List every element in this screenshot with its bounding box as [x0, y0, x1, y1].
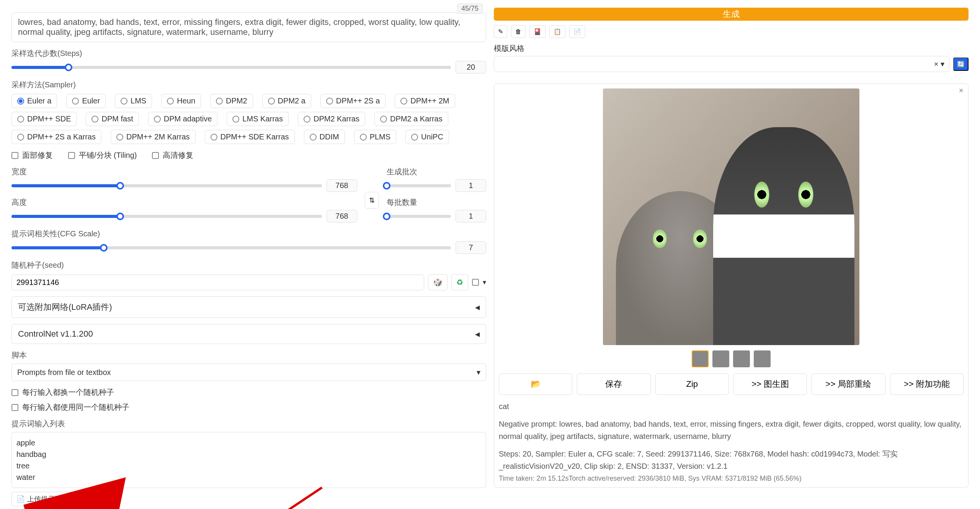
token-counter: 45/75 [457, 3, 483, 14]
sampler-radio-lms-karras[interactable]: LMS Karras [227, 112, 289, 126]
output-negative: Negative prompt: lowres, bad anatomy, ba… [499, 418, 964, 442]
sampler-radio-dpm2-karras[interactable]: DPM2 Karras [298, 112, 365, 126]
prompt-list-textarea[interactable]: applehandbagtreewater [11, 432, 486, 488]
batch-size-slider[interactable] [387, 215, 451, 218]
steps-slider[interactable] [11, 66, 451, 69]
steps-label: 采样迭代步数(Steps) [11, 48, 486, 59]
paintbrush-icon[interactable]: ✎ [494, 25, 507, 38]
steps-value[interactable]: 20 [456, 61, 486, 74]
negative-prompt-text: lowres, bad anatomy, bad hands, text, er… [18, 17, 461, 37]
hires-checkbox[interactable]: 高清修复 [152, 150, 193, 160]
extra-seed-checkbox[interactable] [472, 279, 479, 286]
close-icon[interactable]: ✕ [959, 87, 964, 94]
save-button[interactable]: 保存 [577, 373, 650, 395]
seed-input[interactable] [11, 275, 424, 290]
sampler-radio-euler-a[interactable]: Euler a [11, 94, 57, 108]
iterate-seed-checkbox[interactable]: 每行输入都换一个随机种子 [11, 387, 486, 398]
upload-prompt-file-button[interactable]: 📄 上传提示词输入文件 [11, 492, 94, 506]
file-icon[interactable]: 📄 [569, 25, 585, 38]
thumbnail-2[interactable] [712, 350, 729, 367]
output-image[interactable] [603, 88, 859, 345]
width-slider[interactable] [11, 184, 322, 187]
thumbnail-4[interactable] [754, 350, 771, 367]
cfg-label: 提示词相关性(CFG Scale) [11, 229, 486, 239]
random-seed-button[interactable]: 🎲 [428, 274, 448, 290]
same-seed-checkbox[interactable]: 每行输入都使用同一个随机种子 [11, 402, 486, 412]
reuse-seed-button[interactable]: ♻ [451, 274, 468, 290]
height-slider[interactable] [11, 215, 322, 218]
controlnet-accordion[interactable]: ControlNet v1.1.200◀ [11, 324, 486, 344]
sampler-radio-euler[interactable]: Euler [66, 94, 106, 108]
thumbnail-3[interactable] [733, 350, 750, 367]
generate-button[interactable]: 生成 [494, 8, 969, 21]
batch-size-label: 每批数量 [387, 197, 486, 208]
cfg-value[interactable]: 7 [456, 241, 486, 254]
script-select[interactable]: Prompts from file or textbox▾ [11, 363, 486, 381]
height-value[interactable]: 768 [327, 210, 357, 223]
clipboard-icon[interactable]: 📋 [549, 25, 565, 38]
sampler-radio-dpm-2m[interactable]: DPM++ 2M [395, 94, 455, 108]
sampler-radio-plms[interactable]: PLMS [354, 130, 396, 144]
output-params: Steps: 20, Sampler: Euler a, CFG scale: … [499, 448, 964, 472]
style-label: 模版风格 [494, 43, 524, 54]
sampler-radio-dpm2-a[interactable]: DPM2 a [262, 94, 311, 108]
face-restore-checkbox[interactable]: 面部修复 [11, 150, 53, 160]
sampler-radio-ddim[interactable]: DDIM [304, 130, 345, 144]
sampler-radio-dpm2[interactable]: DPM2 [210, 94, 253, 108]
negative-prompt-box[interactable]: 45/75 lowres, bad anatomy, bad hands, te… [11, 12, 486, 42]
width-value[interactable]: 768 [327, 179, 357, 192]
lora-accordion[interactable]: 可选附加网络(LoRA插件)◀ [11, 296, 486, 318]
open-folder-button[interactable]: 📂 [499, 373, 572, 395]
seed-label: 随机种子(seed) [11, 260, 486, 270]
trash-icon[interactable]: 🗑 [511, 25, 526, 38]
width-label: 宽度 [11, 167, 357, 177]
sampler-radio-unipc[interactable]: UniPC [405, 130, 449, 144]
height-label: 高度 [11, 197, 357, 208]
sampler-radio-dpm2-a-karras[interactable]: DPM2 a Karras [374, 112, 448, 126]
send-img2img-button[interactable]: >> 图生图 [733, 373, 807, 395]
sampler-radio-dpm-sde-karras[interactable]: DPM++ SDE Karras [205, 130, 295, 144]
zip-button[interactable]: Zip [655, 373, 729, 395]
batch-count-label: 生成批次 [387, 167, 486, 177]
batch-count-slider[interactable] [387, 184, 451, 187]
output-gallery: ✕ 📂 保存 Zip >> 图生图 >> 局部重绘 >> 附加功能 cat Ne… [494, 83, 969, 488]
prompt-list-label: 提示词输入列表 [11, 419, 486, 429]
sampler-radio-dpm-adaptive[interactable]: DPM adaptive [148, 112, 218, 126]
batch-count-value[interactable]: 1 [456, 179, 486, 192]
send-inpaint-button[interactable]: >> 局部重绘 [812, 373, 885, 395]
thumbnail-1[interactable] [692, 350, 709, 367]
svg-line-1 [265, 488, 322, 509]
sampler-radio-dpm-sde[interactable]: DPM++ SDE [11, 112, 77, 126]
output-time: Time taken: 2m 15.12sTorch active/reserv… [499, 475, 964, 483]
sampler-radio-dpm-2s-a-karras[interactable]: DPM++ 2S a Karras [11, 130, 101, 144]
send-extras-button[interactable]: >> 附加功能 [890, 373, 964, 395]
styles-icon[interactable]: 🎴 [529, 25, 546, 38]
refresh-styles-button[interactable]: 🔄 [953, 57, 969, 71]
sampler-radio-dpm-2m-karras[interactable]: DPM++ 2M Karras [111, 130, 196, 144]
batch-size-value[interactable]: 1 [456, 210, 486, 223]
style-select[interactable]: × ▾ [494, 56, 949, 72]
cfg-slider[interactable] [11, 246, 451, 249]
sampler-radio-heun[interactable]: Heun [161, 94, 201, 108]
swap-dimensions-button[interactable]: ⇅ [365, 192, 379, 209]
script-label: 脚本 [11, 350, 486, 360]
tiling-checkbox[interactable]: 平铺/分块 (Tiling) [68, 150, 137, 160]
sampler-label: 采样方法(Sampler) [11, 80, 486, 90]
sampler-radio-lms[interactable]: LMS [115, 94, 152, 108]
sampler-radio-dpm-2s-a[interactable]: DPM++ 2S a [320, 94, 386, 108]
output-prompt: cat [499, 400, 964, 412]
sampler-radio-dpm-fast[interactable]: DPM fast [86, 112, 139, 126]
